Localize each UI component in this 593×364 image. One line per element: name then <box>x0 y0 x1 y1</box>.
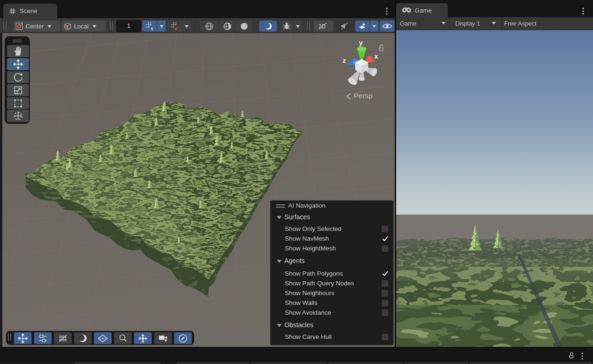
svg-text:x: x <box>374 52 378 60</box>
svg-text:z: z <box>343 56 346 64</box>
svg-text:Y: Y <box>150 27 153 31</box>
svg-text:y: y <box>359 39 363 47</box>
